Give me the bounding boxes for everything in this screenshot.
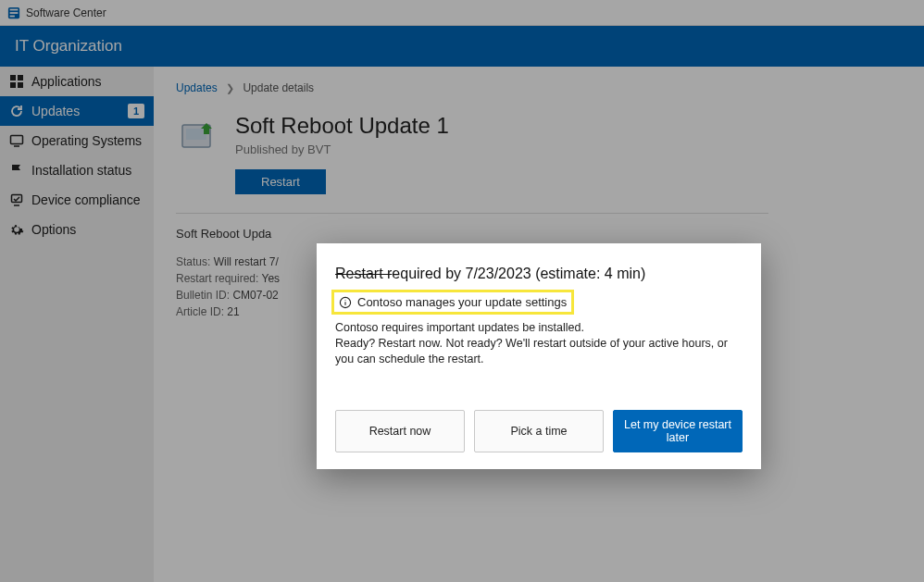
breadcrumb: Updates ❯ Update details: [176, 81, 902, 94]
breadcrumb-current: Update details: [243, 81, 314, 94]
sidebar-item-label: Updates: [31, 104, 80, 118]
update-publisher: Published by BVT: [235, 142, 449, 156]
restart-later-button[interactable]: Let my device restart later: [613, 410, 743, 452]
chevron-right-icon: ❯: [226, 82, 234, 93]
apps-icon: [9, 74, 24, 89]
sidebar: Applications Updates 1 Operating Systems…: [0, 67, 154, 582]
meta-status-label: Status:: [176, 255, 210, 268]
window-title-bar: Software Center: [0, 0, 924, 26]
svg-rect-9: [12, 195, 22, 203]
dialog-actions: Restart now Pick a time Let my device re…: [335, 410, 743, 452]
dialog-body-line1: Contoso requires important updates be in…: [335, 320, 743, 336]
update-description: Soft Reboot Upda: [176, 227, 768, 241]
dialog-heading: Restart required by 7/23/2023 (estimate:…: [335, 266, 743, 282]
update-icon: [176, 113, 220, 157]
sidebar-item-label: Installation status: [31, 163, 131, 178]
update-title: Soft Reboot Update 1: [235, 113, 449, 139]
svg-rect-2: [10, 12, 19, 14]
sidebar-item-label: Applications: [31, 74, 102, 89]
sidebar-item-label: Device compliance: [31, 192, 141, 207]
svg-point-14: [344, 299, 345, 300]
app-icon: [7, 6, 20, 19]
sidebar-item-label: Options: [31, 222, 76, 237]
dialog-body-line2: Ready? Restart now. Not ready? We'll res…: [335, 336, 743, 367]
update-header: Soft Reboot Update 1 Published by BVT Re…: [176, 113, 902, 194]
sidebar-item-label: Operating Systems: [31, 133, 142, 148]
restart-button[interactable]: Restart: [235, 169, 326, 194]
sidebar-item-operating-systems[interactable]: Operating Systems: [0, 126, 154, 155]
sidebar-item-options[interactable]: Options: [0, 215, 154, 244]
meta-article-value: 21: [227, 305, 239, 318]
gear-icon: [9, 222, 24, 237]
meta-bulletin-value: CM07-02: [232, 289, 278, 302]
svg-rect-5: [18, 75, 23, 80]
breadcrumb-parent[interactable]: Updates: [176, 81, 218, 94]
dialog-body: Contoso requires important updates be in…: [335, 320, 743, 367]
window-title: Software Center: [26, 6, 106, 19]
sidebar-item-updates[interactable]: Updates 1: [0, 96, 154, 126]
updates-badge: 1: [128, 104, 144, 118]
svg-rect-6: [10, 82, 16, 88]
dialog-managed-text: Contoso manages your update settings: [357, 295, 567, 309]
svg-rect-3: [10, 15, 15, 17]
info-icon: [339, 296, 352, 309]
refresh-icon: [9, 104, 24, 118]
meta-restart-required-label: Restart required:: [176, 272, 258, 285]
svg-rect-11: [186, 129, 206, 140]
flag-icon: [9, 163, 24, 178]
meta-restart-required-value: Yes: [262, 272, 281, 285]
meta-bulletin-label: Bulletin ID:: [176, 289, 230, 302]
restart-dialog: Restart required by 7/23/2023 (estimate:…: [317, 243, 761, 469]
restart-now-button[interactable]: Restart now: [335, 410, 465, 452]
sidebar-item-installation-status[interactable]: Installation status: [0, 155, 154, 185]
org-banner: IT Organization: [0, 26, 924, 67]
monitor-icon: [9, 133, 24, 148]
dialog-managed-notice: Contoso manages your update settings: [335, 293, 570, 311]
pick-a-time-button[interactable]: Pick a time: [474, 410, 604, 452]
sidebar-item-device-compliance[interactable]: Device compliance: [0, 185, 154, 215]
sidebar-item-applications[interactable]: Applications: [0, 67, 154, 96]
svg-rect-1: [10, 8, 19, 10]
meta-article-label: Article ID:: [176, 305, 224, 318]
compliance-icon: [9, 192, 24, 207]
svg-rect-4: [10, 75, 16, 80]
meta-status-value: Will restart 7/: [214, 255, 279, 268]
svg-rect-7: [18, 82, 23, 88]
svg-rect-8: [11, 136, 23, 144]
divider: [176, 213, 768, 214]
